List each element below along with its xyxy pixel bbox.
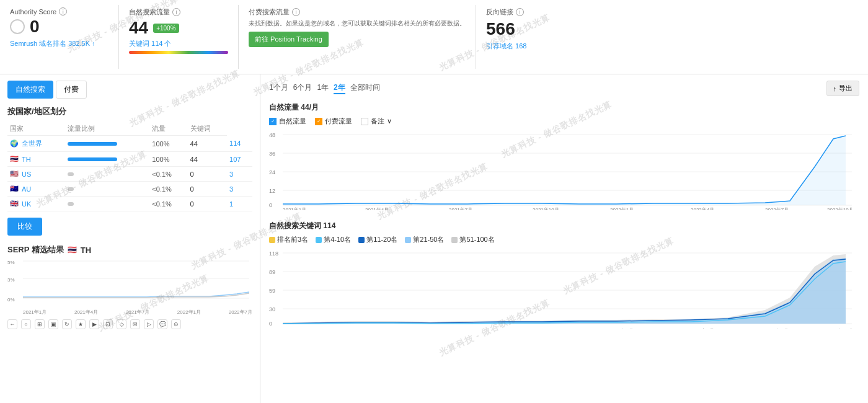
backlinks-info-icon[interactable]: i xyxy=(516,8,524,16)
traffic-bar-cell xyxy=(65,167,149,182)
authority-score-value: 0 xyxy=(10,18,108,35)
kw-dot-21-50 xyxy=(405,237,411,243)
serp-icon-diamond[interactable]: ◇ xyxy=(117,319,126,329)
note-dropdown-icon: ∨ xyxy=(387,117,392,125)
time-btn-6m[interactable]: 6个月 xyxy=(293,82,312,94)
svg-text:36: 36 xyxy=(269,151,275,157)
metrics-bar: Authority Score i 0 Semrush 域名排名 382.5K … xyxy=(0,0,868,74)
flag-emoji: 🇹🇭 xyxy=(10,155,19,163)
traffic-cell: 0 xyxy=(188,167,228,182)
export-icon: ↑ xyxy=(833,85,837,92)
svg-text:G: G xyxy=(365,328,369,329)
organic-traffic-value: 44 xyxy=(129,19,148,37)
svg-text:2021年1月: 2021年1月 xyxy=(283,207,306,210)
legend-organic-label: 自然流量 xyxy=(279,117,306,126)
organic-traffic-badge: +100% xyxy=(153,24,179,33)
svg-text:0: 0 xyxy=(269,202,272,208)
compare-button[interactable]: 比较 xyxy=(7,218,42,236)
svg-text:89: 89 xyxy=(269,269,275,275)
svg-text:118: 118 xyxy=(269,250,278,257)
serp-chart-svg: 5% 3% 0% xyxy=(7,258,249,304)
organic-value-row: 44 +100% xyxy=(129,19,228,37)
serp-icon-arrow[interactable]: ▷ xyxy=(144,319,154,329)
flag-emoji: 🇬🇧 xyxy=(10,200,19,208)
score-circle-icon xyxy=(10,19,25,34)
organic-chart-container: 48 36 24 12 0 2021年1月 xyxy=(269,130,859,212)
serp-icon-block[interactable]: ▣ xyxy=(48,319,58,329)
paid-traffic-notice: 未找到数据。如果这是您的域名，您可以获取关键词排名相关的所有必要数据。 xyxy=(249,19,466,28)
serp-title: SERP 精选结果 🇹🇭 TH xyxy=(7,244,252,255)
serp-icon-play[interactable]: ▶ xyxy=(89,319,99,329)
position-tracking-button[interactable]: 前往 Position Tracking xyxy=(249,32,329,47)
serp-icon-star[interactable]: ★ xyxy=(76,319,86,329)
legend-check-organic[interactable]: ✓ xyxy=(269,118,277,125)
backlinks-label: 反向链接 i xyxy=(486,7,590,17)
authority-score-section: Authority Score i 0 Semrush 域名排名 382.5K … xyxy=(7,5,119,69)
serp-icon-refresh[interactable]: ↻ xyxy=(62,319,72,329)
traffic-bar-cell xyxy=(65,136,149,152)
kw-label-21-50: 第21-50名 xyxy=(413,235,444,244)
keywords-link[interactable]: 107 xyxy=(229,156,241,163)
tab-organic[interactable]: 自然搜索 xyxy=(7,81,53,99)
legend-check-paid[interactable]: ✓ xyxy=(315,118,322,125)
country-name[interactable]: TH xyxy=(22,156,31,163)
country-name[interactable]: US xyxy=(22,170,31,178)
organic-traffic-info-icon[interactable]: i xyxy=(172,8,180,16)
country-name[interactable]: 全世界 xyxy=(22,139,42,148)
time-btn-1y[interactable]: 1年 xyxy=(317,82,329,94)
country-flag: 🇦🇺 AU xyxy=(10,185,31,193)
organic-chart-title: 自然流量 44/月 xyxy=(269,102,859,113)
organic-chart-svg: 48 36 24 12 0 2021年1月 xyxy=(269,130,852,210)
country-cell: 🇺🇸 US xyxy=(7,167,65,182)
organic-chart-legend: ✓ 自然流量 ✓ 付费流量 备注 ∨ xyxy=(269,117,859,126)
svg-text:G: G xyxy=(489,328,493,329)
legend-check-note[interactable] xyxy=(361,118,368,125)
keyword-chart-legend: 排名前3名 第4-10名 第11-20名 第21-50名 第51-100名 xyxy=(269,235,859,244)
svg-text:0: 0 xyxy=(269,321,272,327)
legend-paid-label: 付费流量 xyxy=(325,117,352,126)
traffic-bar xyxy=(68,157,117,161)
percent-cell: <0.1% xyxy=(149,182,187,197)
paid-traffic-info-icon[interactable]: i xyxy=(292,8,300,16)
serp-icon-mail[interactable]: ✉ xyxy=(130,319,140,329)
kw-label-4-10: 第4-10名 xyxy=(324,235,351,244)
keywords-cell: 3 xyxy=(227,182,252,197)
serp-icon-grid[interactable]: ⊞ xyxy=(35,319,45,329)
time-btn-all[interactable]: 全部时间 xyxy=(350,82,380,94)
svg-text:G: G xyxy=(283,328,286,329)
kw-label-top3: 排名前3名 xyxy=(277,235,308,244)
traffic-bar-cell xyxy=(65,197,149,211)
keywords-link[interactable]: 3 xyxy=(229,170,233,178)
organic-traffic-section: 自然搜索流量 i 44 +100% 关键词 114 个 xyxy=(119,5,239,69)
serp-country-flag: 🇹🇭 xyxy=(68,246,77,254)
serp-icon-circle[interactable]: ○ xyxy=(21,319,31,329)
tab-paid[interactable]: 付费 xyxy=(56,81,87,99)
referring-domains-row: 引荐域名 168 xyxy=(486,42,590,51)
serp-icon-target[interactable]: ⊙ xyxy=(171,319,181,329)
svg-text:2021年10月: 2021年10月 xyxy=(533,207,559,210)
country-section-title: 按国家/地区划分 xyxy=(7,106,252,117)
keywords-link[interactable]: 1 xyxy=(229,200,233,208)
authority-score-info-icon[interactable]: i xyxy=(59,7,67,16)
serp-icon-back[interactable]: ← xyxy=(7,319,17,329)
country-table-row: 🇦🇺 AU <0.1% 0 3 xyxy=(7,182,252,197)
country-name[interactable]: UK xyxy=(22,200,31,208)
serp-icon-chat[interactable]: 💬 xyxy=(157,319,167,329)
time-controls: 1个月 6个月 1年 2年 全部时间 ↑ 导出 xyxy=(269,81,859,96)
time-btn-1m[interactable]: 1个月 xyxy=(269,82,288,94)
keywords-link[interactable]: 114 xyxy=(229,140,241,147)
export-button[interactable]: ↑ 导出 xyxy=(826,81,860,96)
time-btn-2y[interactable]: 2年 xyxy=(334,82,345,94)
tab-row: 自然搜索 付费 xyxy=(7,81,252,99)
serp-icon-square[interactable]: ⊡ xyxy=(103,319,113,329)
traffic-cell: 44 xyxy=(188,136,228,152)
percent-cell: <0.1% xyxy=(149,167,187,182)
svg-text:G: G xyxy=(533,328,536,329)
traffic-bar xyxy=(68,187,74,191)
traffic-cell: 0 xyxy=(188,182,228,197)
serp-section: SERP 精选结果 🇹🇭 TH 5% 3% 0% xyxy=(7,244,252,329)
flag-emoji: 🇺🇸 xyxy=(10,170,19,178)
svg-text:G: G xyxy=(449,328,453,329)
keywords-link[interactable]: 3 xyxy=(229,185,233,193)
country-name[interactable]: AU xyxy=(22,185,31,193)
